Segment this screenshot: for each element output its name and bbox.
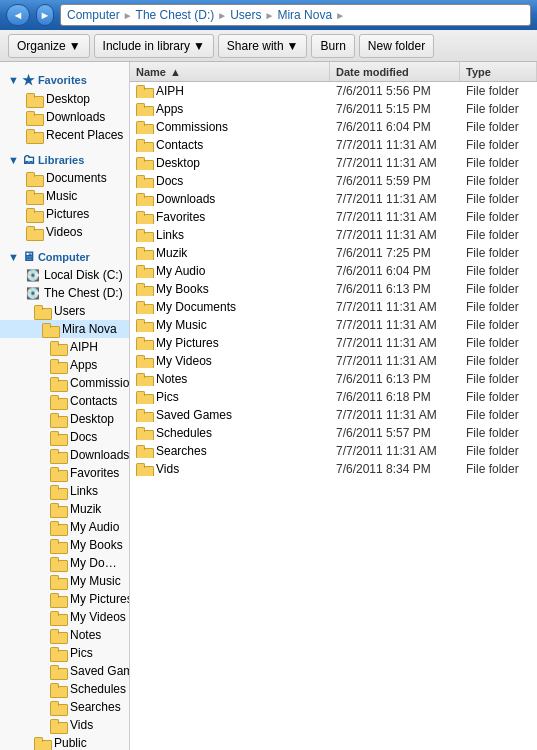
table-row[interactable]: Favorites7/7/2011 11:31 AMFile folder — [130, 208, 537, 226]
folder-icon — [136, 337, 152, 350]
sidebar-header-libraries[interactable]: ▼ 🗂 Libraries — [0, 148, 129, 169]
sidebar-item-downloads2[interactable]: Downloads — [0, 446, 129, 464]
folder-icon — [26, 111, 42, 124]
file-date-cell: 7/6/2011 6:13 PM — [330, 282, 460, 296]
file-date-cell: 7/6/2011 5:15 PM — [330, 102, 460, 116]
table-row[interactable]: Muzik7/6/2011 7:25 PMFile folder — [130, 244, 537, 262]
sidebar-item-searches[interactable]: Searches — [0, 698, 129, 716]
table-row[interactable]: My Audio7/6/2011 6:04 PMFile folder — [130, 262, 537, 280]
table-row[interactable]: My Music7/7/2011 11:31 AMFile folder — [130, 316, 537, 334]
sidebar-item-my-videos[interactable]: My Videos — [0, 608, 129, 626]
sidebar-item-my-documents[interactable]: My Documents — [0, 554, 129, 572]
folder-icon — [136, 445, 152, 458]
sidebar-item-local-disk[interactable]: 💽 Local Disk (C:) — [0, 266, 129, 284]
file-date-cell: 7/6/2011 8:34 PM — [330, 462, 460, 476]
table-row[interactable]: Apps7/6/2011 5:15 PMFile folder — [130, 100, 537, 118]
sidebar-item-mira-nova[interactable]: Mira Nova — [0, 320, 129, 338]
table-row[interactable]: Links7/7/2011 11:31 AMFile folder — [130, 226, 537, 244]
folder-icon — [136, 463, 152, 476]
new-folder-button[interactable]: New folder — [359, 34, 434, 58]
sidebar-item-music[interactable]: Music — [0, 187, 129, 205]
file-type-cell: File folder — [460, 372, 537, 386]
folder-icon — [136, 409, 152, 422]
table-row[interactable]: Docs7/6/2011 5:59 PMFile folder — [130, 172, 537, 190]
table-row[interactable]: Contacts7/7/2011 11:31 AMFile folder — [130, 136, 537, 154]
table-row[interactable]: Vids7/6/2011 8:34 PMFile folder — [130, 460, 537, 478]
table-row[interactable]: Downloads7/7/2011 11:31 AMFile folder — [130, 190, 537, 208]
sidebar-item-schedules[interactable]: Schedules — [0, 680, 129, 698]
table-row[interactable]: My Pictures7/7/2011 11:31 AMFile folder — [130, 334, 537, 352]
folder-icon — [50, 539, 66, 552]
sidebar-item-videos[interactable]: Videos — [0, 223, 129, 241]
file-type-cell: File folder — [460, 282, 537, 296]
folder-icon — [136, 283, 152, 296]
table-row[interactable]: Pics7/6/2011 6:18 PMFile folder — [130, 388, 537, 406]
file-type-cell: File folder — [460, 318, 537, 332]
col-header-date[interactable]: Date modified — [330, 62, 460, 81]
back-button[interactable]: ◄ — [6, 4, 30, 26]
sidebar-header-computer[interactable]: ▼ 🖥 Computer — [0, 245, 129, 266]
organize-button[interactable]: Organize ▼ — [8, 34, 90, 58]
table-row[interactable]: Saved Games7/7/2011 11:31 AMFile folder — [130, 406, 537, 424]
sidebar-label-downloads2: Downloads — [70, 448, 129, 462]
table-row[interactable]: Commissions7/6/2011 6:04 PMFile folder — [130, 118, 537, 136]
sidebar-item-links[interactable]: Links — [0, 482, 129, 500]
sidebar-item-downloads[interactable]: Downloads — [0, 108, 129, 126]
address-users[interactable]: Users — [230, 8, 261, 22]
file-type-cell: File folder — [460, 264, 537, 278]
address-computer[interactable]: Computer — [67, 8, 120, 22]
sidebar-item-apps[interactable]: Apps — [0, 356, 129, 374]
organize-label: Organize — [17, 39, 66, 53]
table-row[interactable]: Desktop7/7/2011 11:31 AMFile folder — [130, 154, 537, 172]
burn-button[interactable]: Burn — [311, 34, 354, 58]
sep3: ► — [265, 10, 275, 21]
sidebar-item-my-books[interactable]: My Books — [0, 536, 129, 554]
sidebar-label-vids: Vids — [70, 718, 93, 732]
sidebar-item-desktop[interactable]: Desktop — [0, 90, 129, 108]
table-row[interactable]: AIPH7/6/2011 5:56 PMFile folder — [130, 82, 537, 100]
table-row[interactable]: Notes7/6/2011 6:13 PMFile folder — [130, 370, 537, 388]
sidebar-item-my-music[interactable]: My Music — [0, 572, 129, 590]
sidebar-item-favorites2[interactable]: Favorites — [0, 464, 129, 482]
folder-icon — [136, 355, 152, 368]
sidebar-label-pics: Pics — [70, 646, 93, 660]
table-row[interactable]: Searches7/7/2011 11:31 AMFile folder — [130, 442, 537, 460]
col-header-name[interactable]: Name ▲ — [130, 62, 330, 81]
sidebar-item-pictures[interactable]: Pictures — [0, 205, 129, 223]
share-button[interactable]: Share with ▼ — [218, 34, 308, 58]
table-row[interactable]: My Books7/6/2011 6:13 PMFile folder — [130, 280, 537, 298]
sidebar-item-my-pictures[interactable]: My Pictures — [0, 590, 129, 608]
libraries-label: Libraries — [38, 154, 84, 166]
address-bar[interactable]: Computer ► The Chest (D:) ► Users ► Mira… — [60, 4, 531, 26]
sidebar-item-saved-games[interactable]: Saved Games — [0, 662, 129, 680]
sidebar-item-docs[interactable]: Docs — [0, 428, 129, 446]
file-name: Docs — [156, 174, 183, 188]
sidebar-item-users[interactable]: Users — [0, 302, 129, 320]
address-mira[interactable]: Mira Nova — [277, 8, 332, 22]
sidebar-item-muzik[interactable]: Muzik — [0, 500, 129, 518]
table-row[interactable]: My Documents7/7/2011 11:31 AMFile folder — [130, 298, 537, 316]
sidebar-header-favorites[interactable]: ▼ ★ Favorites — [0, 68, 129, 90]
sidebar-item-vids[interactable]: Vids — [0, 716, 129, 734]
sidebar-item-desktop2[interactable]: Desktop — [0, 410, 129, 428]
forward-button[interactable]: ► — [36, 4, 54, 26]
sidebar-item-recent[interactable]: Recent Places — [0, 126, 129, 144]
sidebar-item-notes[interactable]: Notes — [0, 626, 129, 644]
file-name: Apps — [156, 102, 183, 116]
folder-icon — [34, 305, 50, 318]
sidebar-item-pics[interactable]: Pics — [0, 644, 129, 662]
table-row[interactable]: My Videos7/7/2011 11:31 AMFile folder — [130, 352, 537, 370]
sidebar-item-chest[interactable]: 💽 The Chest (D:) — [0, 284, 129, 302]
include-library-button[interactable]: Include in library ▼ — [94, 34, 214, 58]
sep2: ► — [217, 10, 227, 21]
sidebar-item-commissions[interactable]: Commissions — [0, 374, 129, 392]
sidebar-item-contacts[interactable]: Contacts — [0, 392, 129, 410]
share-label: Share with — [227, 39, 284, 53]
table-row[interactable]: Schedules7/6/2011 5:57 PMFile folder — [130, 424, 537, 442]
sidebar-item-documents[interactable]: Documents — [0, 169, 129, 187]
address-chest[interactable]: The Chest (D:) — [136, 8, 215, 22]
sidebar-item-my-audio[interactable]: My Audio — [0, 518, 129, 536]
sidebar-item-aiph[interactable]: AIPH — [0, 338, 129, 356]
col-header-type[interactable]: Type — [460, 62, 537, 81]
sidebar-item-public[interactable]: Public — [0, 734, 129, 750]
